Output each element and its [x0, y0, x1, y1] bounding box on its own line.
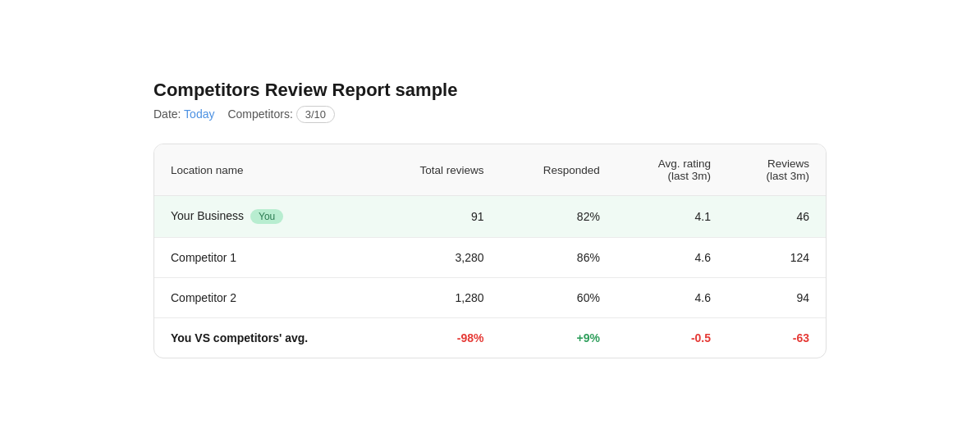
table-wrapper: Location name Total reviews Responded Av… — [153, 144, 827, 358]
table-header-row: Location name Total reviews Responded Av… — [154, 144, 826, 196]
report-meta: Date: Today Competitors: 3/10 — [153, 107, 827, 121]
cell-vs-reviews-last3m: -63 — [727, 318, 826, 358]
cell-location-name: Competitor 2 — [154, 278, 375, 318]
date-value: Today — [184, 107, 214, 121]
competitors-label: Competitors: — [227, 107, 292, 121]
cell-location-name: Your BusinessYou — [154, 196, 375, 238]
date-label: Date: Today — [153, 107, 214, 121]
cell-avg-rating: 4.6 — [616, 278, 727, 318]
cell-avg-rating: 4.6 — [616, 238, 727, 278]
col-header-responded: Responded — [501, 144, 616, 196]
cell-vs-total-reviews: -98% — [375, 318, 501, 358]
table-row: Your BusinessYou9182%4.146 — [154, 196, 826, 238]
cell-reviews-last3m: 46 — [727, 196, 826, 238]
cell-total-reviews: 1,280 — [375, 278, 501, 318]
report-title: Competitors Review Report sample — [153, 80, 827, 101]
cell-responded: 86% — [501, 238, 616, 278]
report-table: Location name Total reviews Responded Av… — [154, 144, 826, 358]
col-header-location: Location name — [154, 144, 375, 196]
cell-avg-rating: 4.1 — [616, 196, 727, 238]
you-badge: You — [250, 209, 283, 224]
col-header-reviews-last3m: Reviews(last 3m) — [727, 144, 826, 196]
table-row: Competitor 21,28060%4.694 — [154, 278, 826, 318]
cell-responded: 82% — [501, 196, 616, 238]
table-row: Competitor 13,28086%4.6124 — [154, 238, 826, 278]
cell-reviews-last3m: 94 — [727, 278, 826, 318]
cell-total-reviews: 91 — [375, 196, 501, 238]
cell-responded: 60% — [501, 278, 616, 318]
report-container: Competitors Review Report sample Date: T… — [121, 53, 859, 385]
cell-reviews-last3m: 124 — [727, 238, 826, 278]
cell-vs-name: You VS competitors' avg. — [154, 318, 375, 358]
table-row-vs: You VS competitors' avg.-98%+9%-0.5-63 — [154, 318, 826, 358]
cell-vs-responded: +9% — [501, 318, 616, 358]
col-header-total-reviews: Total reviews — [375, 144, 501, 196]
competitors-meta: Competitors: 3/10 — [227, 107, 335, 121]
competitors-badge: 3/10 — [296, 106, 335, 123]
date-label-text: Date: — [153, 107, 181, 121]
cell-location-name: Competitor 1 — [154, 238, 375, 278]
col-header-avg-rating: Avg. rating(last 3m) — [616, 144, 727, 196]
cell-vs-avg-rating: -0.5 — [616, 318, 727, 358]
cell-total-reviews: 3,280 — [375, 238, 501, 278]
